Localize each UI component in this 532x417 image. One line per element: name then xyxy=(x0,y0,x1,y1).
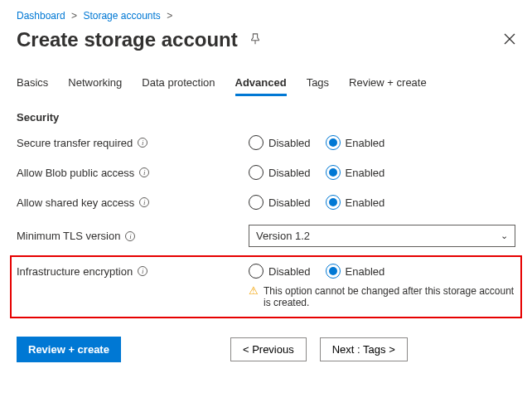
wizard-footer: Review + create < Previous Next : Tags > xyxy=(17,337,515,362)
info-icon[interactable]: i xyxy=(139,197,149,207)
select-tls-version[interactable]: Version 1.2 ⌄ xyxy=(249,225,515,247)
row-blob-public-access: Allow Blob public access i Disabled Enab… xyxy=(17,165,515,180)
breadcrumb-sep: > xyxy=(71,10,77,22)
tabs: Basics Networking Data protection Advanc… xyxy=(17,71,515,96)
radio-icon xyxy=(326,165,341,180)
label-min-tls-version: Minimum TLS version xyxy=(17,230,120,242)
label-shared-key-access: Allow shared key access xyxy=(17,196,134,209)
radio-icon xyxy=(326,135,341,150)
radio-secure-transfer-disabled[interactable]: Disabled xyxy=(249,135,311,150)
close-icon[interactable] xyxy=(504,33,515,47)
page-title: Create storage account xyxy=(17,28,238,51)
radio-label: Enabled xyxy=(346,196,385,209)
info-icon[interactable]: i xyxy=(138,138,148,148)
radio-icon xyxy=(249,165,264,180)
radio-blob-access-enabled[interactable]: Enabled xyxy=(326,165,385,180)
info-icon[interactable]: i xyxy=(138,266,148,276)
label-blob-public-access: Allow Blob public access xyxy=(17,167,134,179)
radio-icon xyxy=(326,264,341,279)
tab-networking[interactable]: Networking xyxy=(68,71,122,96)
row-shared-key-access: Allow shared key access i Disabled Enabl… xyxy=(17,195,515,210)
info-icon[interactable]: i xyxy=(139,167,149,177)
next-button[interactable]: Next : Tags > xyxy=(320,337,408,361)
radio-infra-encryption-enabled[interactable]: Enabled xyxy=(326,264,385,279)
previous-button[interactable]: < Previous xyxy=(230,337,307,361)
radio-label: Disabled xyxy=(268,167,311,179)
radio-label: Enabled xyxy=(346,265,385,278)
highlight-infra-encryption: Infrastructure encryption i Disabled Ena… xyxy=(10,255,522,318)
breadcrumb-storage-accounts[interactable]: Storage accounts xyxy=(83,10,160,22)
radio-icon xyxy=(326,195,341,210)
radio-blob-access-disabled[interactable]: Disabled xyxy=(249,165,311,180)
infra-encryption-note: This option cannot be changed after this… xyxy=(264,285,515,308)
chevron-down-icon: ⌄ xyxy=(501,230,508,241)
radio-label: Disabled xyxy=(268,137,311,149)
radio-label: Disabled xyxy=(268,196,311,209)
label-secure-transfer: Secure transfer required xyxy=(17,137,133,149)
radio-secure-transfer-enabled[interactable]: Enabled xyxy=(326,135,385,150)
pin-icon[interactable] xyxy=(249,33,261,47)
tab-basics[interactable]: Basics xyxy=(17,71,48,96)
breadcrumb-dashboard[interactable]: Dashboard xyxy=(17,10,65,22)
breadcrumb-sep: > xyxy=(167,10,172,22)
warning-icon: ⚠ xyxy=(249,285,259,296)
radio-label: Disabled xyxy=(268,265,311,278)
row-secure-transfer: Secure transfer required i Disabled Enab… xyxy=(17,135,515,150)
review-create-button[interactable]: Review + create xyxy=(17,337,121,362)
radio-label: Enabled xyxy=(346,167,385,179)
radio-shared-key-enabled[interactable]: Enabled xyxy=(326,195,385,210)
info-icon[interactable]: i xyxy=(125,231,135,241)
breadcrumb: Dashboard > Storage accounts > xyxy=(17,10,515,22)
section-heading-security: Security xyxy=(17,111,515,124)
radio-icon xyxy=(249,135,264,150)
radio-label: Enabled xyxy=(346,137,385,149)
tab-advanced[interactable]: Advanced xyxy=(235,71,287,96)
label-infra-encryption: Infrastructure encryption xyxy=(17,265,133,278)
row-min-tls-version: Minimum TLS version i Version 1.2 ⌄ xyxy=(17,225,515,247)
radio-shared-key-disabled[interactable]: Disabled xyxy=(249,195,311,210)
tab-tags[interactable]: Tags xyxy=(307,71,329,96)
radio-icon xyxy=(249,264,264,279)
select-value: Version 1.2 xyxy=(256,230,310,242)
radio-icon xyxy=(249,195,264,210)
tab-review-create[interactable]: Review + create xyxy=(349,71,427,96)
tab-data-protection[interactable]: Data protection xyxy=(142,71,215,96)
radio-infra-encryption-disabled[interactable]: Disabled xyxy=(249,264,311,279)
